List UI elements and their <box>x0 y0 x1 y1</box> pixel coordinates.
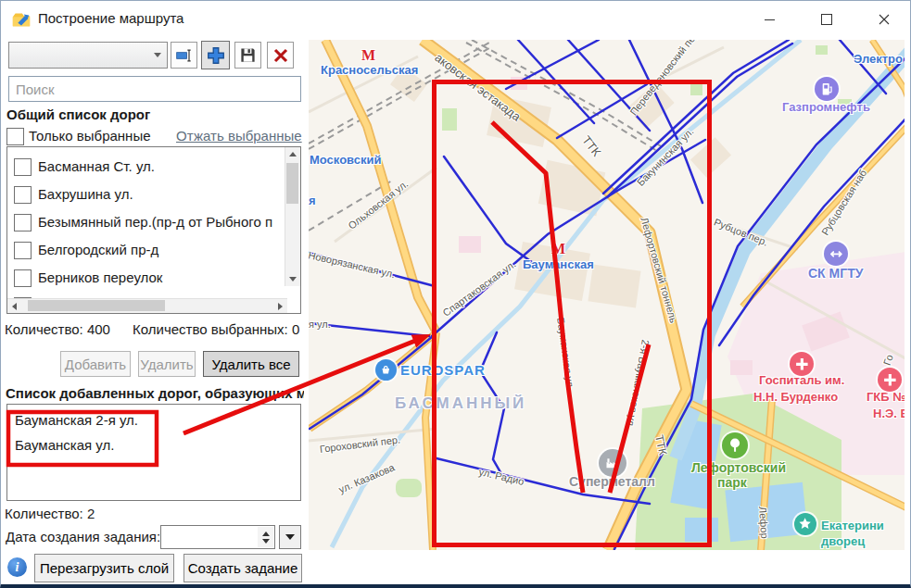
label-baumanskaya-metro: Бауманская <box>523 257 594 271</box>
label-lefortovsky-val: Лефор <box>757 507 770 539</box>
road-checkbox[interactable] <box>14 158 32 176</box>
eurospar-basket-icon <box>375 359 397 381</box>
minimize-button[interactable] <box>748 1 791 38</box>
roads-count: Количество: 400 <box>5 321 110 337</box>
added-count: Количество: 2 <box>5 506 95 521</box>
label-hospital-2: Н.Н. Бурденко <box>753 390 838 404</box>
added-roads-title: Список добавленных дорог, образующих ма <box>6 385 304 401</box>
road-list-item[interactable]: Берников переулок <box>7 267 267 294</box>
window-title: Построение маршрута <box>38 10 183 26</box>
reload-layer-button[interactable]: Перезагрузить слой <box>34 554 174 582</box>
added-roads-list[interactable]: Бауманская 2-я ул.Бауманская ул. <box>6 404 301 501</box>
rename-icon <box>175 46 194 65</box>
supermetall-factory-icon <box>599 449 626 477</box>
road-list-item[interactable]: Бахрушина ул. <box>7 183 267 211</box>
date-spinner[interactable] <box>258 527 273 547</box>
roads-list-vertical-scrollbar[interactable] <box>285 147 300 286</box>
label-ne-ba: Н.Э. Ба <box>873 407 905 420</box>
road-label: Белгородский пр-д <box>38 242 158 257</box>
label-ekaterininsky-2: дворец <box>821 534 865 548</box>
roads-list-horizontal-scrollbar[interactable] <box>7 298 287 313</box>
maximize-button[interactable] <box>805 1 848 38</box>
date-label: Дата создания задания: <box>6 529 160 544</box>
label-lefortovsky-park-1: Лефортовский <box>691 460 786 475</box>
label-gkb: ГКБ № <box>867 390 905 404</box>
info-icon[interactable]: i <box>7 557 27 577</box>
gazpromneft-fuel-icon <box>815 77 839 101</box>
sk-mgtu-sport-icon <box>824 242 848 266</box>
roads-list-title: Общий список дорог <box>6 106 150 122</box>
label-eurospar: EUROSPAR <box>400 362 486 378</box>
scroll-down-icon[interactable] <box>289 277 297 281</box>
search-input[interactable] <box>8 76 301 102</box>
label-partial-ya: я <box>309 194 316 207</box>
park-tree-icon <box>722 432 748 458</box>
roads-list[interactable]: Басманная Ст. ул.Бахрушина ул.Безымянный… <box>6 146 301 314</box>
label-partial-ya-ul: я ул. <box>309 319 331 330</box>
label-sk-mgtu: СК МГТУ <box>808 266 863 281</box>
road-checkbox[interactable] <box>14 242 32 259</box>
unselect-all-link[interactable]: Отжать выбранные <box>176 128 302 144</box>
road-label: Безымянный пер.(пр-д от Рыбного п <box>38 214 272 230</box>
spinner-down-icon[interactable] <box>262 539 270 544</box>
road-list-item[interactable]: Белгородский пр-д <box>7 239 267 267</box>
title-bar[interactable]: Построение маршрута <box>1 1 910 38</box>
label-krasnoselskaya: Красносельская <box>321 63 418 77</box>
hospital-cross-icon-2 <box>878 368 902 392</box>
only-selected-checkbox[interactable] <box>6 128 24 145</box>
road-label: Бахрушина ул. <box>38 186 133 202</box>
save-icon <box>239 46 257 64</box>
left-panel: Общий список дорог Только выбранные Отжа… <box>1 38 309 585</box>
app-window: Построение маршрута Общий с <box>0 0 911 588</box>
added-road-item[interactable]: Бауманская ул. <box>15 437 114 453</box>
scroll-right-icon[interactable] <box>278 303 283 310</box>
date-dropdown-button[interactable] <box>279 525 301 549</box>
road-list-item[interactable]: Басманная Ст. ул. <box>7 156 267 183</box>
label-lefortovsky-park-2: парк <box>717 475 747 490</box>
road-label: Басманная Ст. ул. <box>38 158 155 174</box>
road-label: Берников переулок <box>38 269 162 285</box>
save-button[interactable] <box>234 42 261 69</box>
remove-road-button[interactable]: Удалить <box>138 351 196 377</box>
label-moskovsky: Московский <box>310 153 382 167</box>
chevron-down-icon <box>285 534 295 540</box>
baumanskaya-metro-icon: М <box>551 241 565 257</box>
close-button[interactable] <box>863 1 905 38</box>
label-ekaterininsky-1: Екатерини <box>821 519 884 532</box>
chevron-down-icon <box>154 53 161 57</box>
horizontal-scroll-thumb[interactable] <box>28 300 165 311</box>
krasnoselskaya-metro-icon: М <box>361 47 375 64</box>
rename-button[interactable] <box>171 42 197 69</box>
label-gazpromneft: Газпромнефть <box>782 100 870 114</box>
label-district: БАСМАННЫЙ <box>395 394 526 413</box>
add-route-button[interactable] <box>201 41 230 69</box>
road-checkbox[interactable] <box>14 269 32 287</box>
add-icon <box>206 45 226 66</box>
selected-count: Количество выбранных: 0 <box>133 321 299 337</box>
add-road-button[interactable]: Добавить <box>60 351 131 377</box>
only-selected-label: Только выбранные <box>29 128 151 144</box>
road-list-item[interactable]: Безымянный пер.(пр-д от Рыбного п <box>7 211 267 239</box>
hospital-cross-icon <box>790 352 814 376</box>
road-checkbox[interactable] <box>14 214 32 231</box>
create-task-button[interactable]: Создать задание <box>183 554 302 582</box>
vertical-scroll-thumb[interactable] <box>286 163 298 204</box>
spinner-up-icon[interactable] <box>262 532 270 536</box>
route-select-combobox[interactable] <box>8 42 168 69</box>
added-road-item[interactable]: Бауманская 2-я ул. <box>15 412 138 428</box>
remove-all-button[interactable]: Удалить все <box>203 351 299 377</box>
road-checkbox[interactable] <box>14 186 32 204</box>
scroll-up-icon[interactable] <box>289 152 297 156</box>
delete-icon <box>272 47 289 64</box>
scroll-left-icon[interactable] <box>12 303 17 310</box>
map-canvas[interactable]: КрасносельскаяМосковскийБауманскаяЭлектр… <box>309 40 905 550</box>
palace-star-icon <box>794 513 816 535</box>
date-input[interactable] <box>160 525 275 549</box>
app-icon <box>11 9 32 30</box>
delete-route-button[interactable] <box>267 42 294 69</box>
label-elektro: Электро <box>854 52 903 66</box>
